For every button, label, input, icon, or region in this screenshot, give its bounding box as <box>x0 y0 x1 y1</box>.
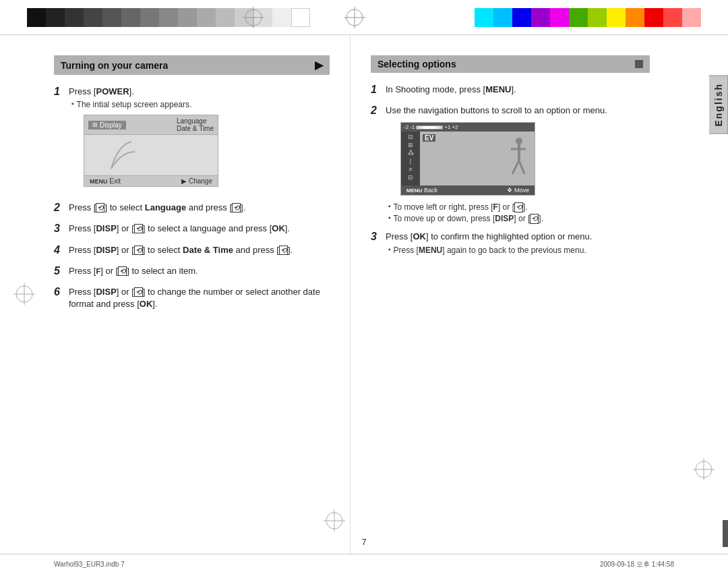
right-step-1: 1 In Shooting mode, press [MENU]. <box>371 84 674 98</box>
swatch <box>475 8 493 27</box>
step-number-6: 6 <box>54 286 69 298</box>
swatch <box>588 8 607 27</box>
right-section-title: Selecting options <box>377 59 456 69</box>
bottom-bar: Warhol93_EUR3.indb 7 2009-09-18 오후 1:44:… <box>0 554 728 574</box>
ev-scale <box>416 125 443 130</box>
swatch <box>65 8 84 27</box>
ev-plus1: +1 <box>444 124 450 130</box>
right-step-3: 3 Press [OK] to confirm the highlighted … <box>371 231 674 254</box>
step-3-content: Press [DISP] or [⟲] to select a language… <box>69 223 330 237</box>
swatch <box>159 8 178 27</box>
step-number-1: 1 <box>54 86 69 98</box>
step-1-text: Press [POWER]. <box>69 86 330 98</box>
step-5: 5 Press [F] or [⟲] to select an item. <box>54 265 330 279</box>
registration-mark <box>243 7 264 30</box>
right-step-2-sub-2: To move up or down, press [DISP] or [⟲]. <box>388 214 674 224</box>
page-number: 7 <box>361 537 366 547</box>
step-number-3: 3 <box>54 223 69 235</box>
right-step-2-sub-1: To move left or right, press [F] or [⟲]. <box>388 202 674 212</box>
screen-header: ⊞ Display Language Date & Time <box>84 115 218 135</box>
step-4: 4 Press [DISP] or [⟲] to select Date & T… <box>54 244 330 258</box>
footer-left: Warhol93_EUR3.indb 7 <box>54 561 125 568</box>
swatch <box>569 8 588 27</box>
step-5-text: Press [F] or [⟲] to select an item. <box>69 265 330 277</box>
rs-icon-1: ⊟ <box>408 134 413 140</box>
right-step-1-content: In Shooting mode, press [MENU]. <box>386 84 674 98</box>
swatch <box>682 8 701 27</box>
color-bar-left <box>27 8 310 27</box>
bottom-registration-mark <box>324 510 345 534</box>
step-6: 6 Press [DISP] or [⟲] to change the numb… <box>54 286 330 312</box>
right-screen-body: ⊟ ⊞ ⁂ | ≡ ⊟ EV <box>401 132 535 185</box>
page-indicator-bar <box>723 520 728 547</box>
right-step-3-content: Press [OK] to confirm the highlighted op… <box>386 231 674 254</box>
swatch <box>512 8 531 27</box>
left-column: Turning on your camera ▶ 1 Press [POWER]… <box>0 35 351 554</box>
ev-bar: -2 -1 +1 +2 <box>404 124 458 130</box>
screen-footer: MENU Exit ▶ Change <box>84 175 218 186</box>
swatch <box>291 8 310 27</box>
step-3-text: Press [DISP] or [⟲] to select a language… <box>69 223 330 235</box>
step-2: 2 Press [⟲] to select Language and press… <box>54 202 330 216</box>
move-label: ❖ Move <box>507 187 529 194</box>
step-6-text: Press [DISP] or [⟲] to change the number… <box>69 286 330 310</box>
swatch <box>121 8 140 27</box>
svg-line-10 <box>519 161 524 174</box>
right-step-2-content: Use the navigation buttons to scroll to … <box>386 105 674 224</box>
step-6-content: Press [DISP] or [⟲] to change the number… <box>69 286 330 312</box>
screen-curve-graphic <box>104 138 138 172</box>
left-section-header: Turning on your camera ▶ <box>54 55 330 75</box>
step-4-text: Press [DISP] or [⟲] to select Date & Tim… <box>69 244 330 256</box>
screen-right-labels: Language Date & Time <box>177 117 214 132</box>
swatch <box>216 8 235 27</box>
screen-body <box>84 135 218 175</box>
swatch <box>531 8 550 27</box>
swatch <box>644 8 663 27</box>
right-screen-icons: ⊟ ⊞ ⁂ | ≡ ⊟ <box>401 132 420 185</box>
left-section-title: Turning on your camera <box>61 60 168 71</box>
step-1: 1 Press [POWER]. The intial setup screen… <box>54 86 330 195</box>
left-registration-mark <box>13 283 35 307</box>
color-bar-container <box>0 0 728 35</box>
swatch <box>197 8 216 27</box>
ev-minus1: -1 <box>410 124 415 130</box>
ev-minus2: -2 <box>404 124 408 130</box>
right-step-number-1: 1 <box>371 84 386 96</box>
display-icon: ⊞ <box>92 121 98 128</box>
svg-line-9 <box>512 161 519 174</box>
swatch <box>626 8 644 27</box>
svg-point-6 <box>516 138 522 144</box>
right-screen-main: EV <box>420 132 535 185</box>
right-registration-mark <box>693 459 715 482</box>
step-3: 3 Press [DISP] or [⟲] to select a langua… <box>54 223 330 237</box>
right-step-1-text: In Shooting mode, press [MENU]. <box>386 84 674 96</box>
swatch <box>607 8 626 27</box>
section-arrow-icon: ▶ <box>315 59 323 71</box>
footer-right: 2009-09-18 오후 1:44:58 <box>600 560 674 569</box>
swatch <box>27 8 46 27</box>
rs-icon-3: ⁂ <box>408 150 414 156</box>
step-5-content: Press [F] or [⟲] to select an item. <box>69 265 330 279</box>
back-label: MENU Back <box>406 187 437 194</box>
swatch <box>550 8 569 27</box>
right-section-header: Selecting options <box>371 55 650 73</box>
menu-exit-label: MENU Exit <box>90 177 121 185</box>
swatch <box>493 8 512 27</box>
main-content: Turning on your camera ▶ 1 Press [POWER]… <box>0 35 728 554</box>
swatch <box>102 8 121 27</box>
right-step-2: 2 Use the navigation buttons to scroll t… <box>371 105 674 224</box>
rs-icon-4: | <box>410 159 411 165</box>
registration-mark <box>344 7 365 30</box>
camera-screen-mockup-right: -2 -1 +1 +2 ⊟ ⊞ ⁂ | ≡ <box>400 122 535 196</box>
swatch <box>84 8 102 27</box>
right-step-2-text: Use the navigation buttons to scroll to … <box>386 105 674 117</box>
rs-icon-6: ⊟ <box>408 175 413 181</box>
step-1-sub: The intial setup screen appears. <box>71 100 330 109</box>
display-tab: ⊞ Display <box>88 121 126 130</box>
rs-icon-5: ≡ <box>408 167 412 173</box>
ev-plus2: +2 <box>452 124 458 130</box>
step-number-4: 4 <box>54 244 69 256</box>
swatch <box>178 8 197 27</box>
right-screen-footer: MENU Back ❖ Move <box>401 185 535 195</box>
camera-screen-mockup: ⊞ Display Language Date & Time <box>84 115 218 187</box>
